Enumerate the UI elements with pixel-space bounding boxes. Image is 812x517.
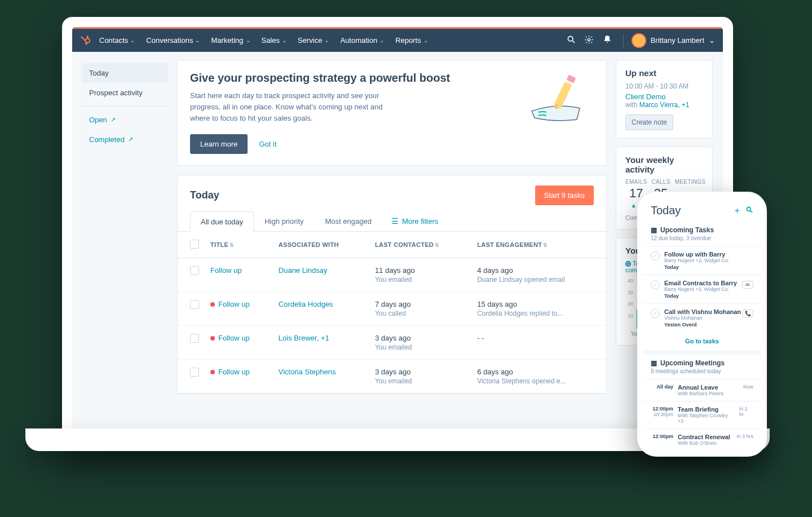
nav-item-marketing[interactable]: Marketing⌄ xyxy=(205,36,255,45)
add-icon[interactable]: + xyxy=(735,206,740,216)
search-icon[interactable] xyxy=(745,206,753,216)
avatar xyxy=(632,33,646,48)
svg-line-7 xyxy=(572,41,575,43)
task-title[interactable]: Follow up xyxy=(205,292,273,326)
row-checkbox[interactable] xyxy=(190,300,199,309)
last-contacted: 11 days ago xyxy=(375,266,466,275)
search-icon[interactable] xyxy=(563,35,579,46)
banner-illustration xyxy=(526,72,594,154)
task-check-icon[interactable] xyxy=(651,280,660,289)
nav-item-reports[interactable]: Reports⌄ xyxy=(390,36,434,45)
task-type-icon: 📞 xyxy=(742,310,753,317)
table-row[interactable]: Follow upLois Brewer, +13 days agoYou em… xyxy=(178,326,606,360)
last-contacted: 3 days ago xyxy=(375,334,466,342)
phone-bottom-nav: ▮Today👤Contacts🤝Deals⌂Activity☰More xyxy=(643,455,761,457)
nav-item-conversations[interactable]: Conversations⌄ xyxy=(140,36,205,45)
svg-point-12 xyxy=(747,207,751,211)
task-title[interactable]: Follow up xyxy=(205,360,273,394)
sidebar-item-open[interactable]: Open↗ xyxy=(82,110,168,130)
got-it-link[interactable]: Got it xyxy=(259,140,276,148)
row-checkbox[interactable] xyxy=(190,368,199,377)
go-to-tasks-link[interactable]: Go to tasks xyxy=(643,332,761,350)
table-row[interactable]: Follow upCordelia Hodges7 days agoYou ca… xyxy=(178,292,606,326)
up-next-with: with Marco Vierra, +1 xyxy=(625,101,703,109)
task-associated[interactable]: Victoria Stephens xyxy=(273,360,369,394)
user-name: Brittany Lambert xyxy=(651,36,704,45)
start-tasks-button[interactable]: Start 9 tasks xyxy=(535,185,594,205)
today-card: Today Start 9 tasks All due today High p… xyxy=(177,175,607,394)
tab-most-engaged[interactable]: Most engaged xyxy=(315,211,382,231)
sidebar-item-prospect-activity[interactable]: Prospect activity xyxy=(82,83,168,103)
svg-point-0 xyxy=(86,38,90,43)
up-next-title[interactable]: Client Demo xyxy=(625,92,703,101)
nav-item-service[interactable]: Service⌄ xyxy=(292,36,334,45)
phone-task-item[interactable]: Follow up with BarryBarry Nugent +2, Wid… xyxy=(643,246,761,275)
gear-icon[interactable] xyxy=(581,35,597,46)
chevron-down-icon: ⌄ xyxy=(379,37,384,43)
priority-dot-icon xyxy=(210,302,215,307)
prospecting-banner: Give your prospecting strategy a powerfu… xyxy=(177,60,607,166)
tab-high-priority[interactable]: High priority xyxy=(254,211,314,231)
external-link-icon: ↗ xyxy=(128,136,133,143)
last-contacted: 7 days ago xyxy=(375,300,466,308)
more-filters-button[interactable]: ☰ More filters xyxy=(391,216,438,226)
nav-item-sales[interactable]: Sales⌄ xyxy=(256,36,293,45)
sidebar: Today Prospect activity Open↗ Completed↗ xyxy=(82,60,168,443)
phone-task-item[interactable]: Email Contracts to BarryBarry Nugent +2,… xyxy=(643,275,761,303)
task-associated[interactable]: Cordelia Hodges xyxy=(273,292,369,326)
select-all-checkbox[interactable] xyxy=(190,240,199,249)
bell-icon[interactable] xyxy=(599,35,615,46)
calendar-icon: ▦ xyxy=(651,359,657,367)
weekly-heading: Your weekly activity xyxy=(625,155,703,174)
calendar-icon: ▦ xyxy=(651,226,657,234)
nav-item-contacts[interactable]: Contacts⌄ xyxy=(94,36,140,45)
tab-all-due-today[interactable]: All due today xyxy=(190,211,254,232)
task-check-icon[interactable] xyxy=(651,309,660,318)
phone-title: Today xyxy=(651,204,681,217)
col-title[interactable]: TITLE⇅ xyxy=(205,232,273,258)
phone-meeting-item[interactable]: All dayAnnual LeaveWith Barbara PetersNo… xyxy=(643,379,761,401)
task-associated[interactable]: Lois Brewer, +1 xyxy=(273,326,369,360)
user-menu[interactable]: Brittany Lambert ⌄ xyxy=(632,33,715,48)
task-title[interactable]: Follow up xyxy=(205,258,273,292)
phone-meeting-item[interactable]: 12:00pm10:30pmTeam BriefingWith Stephen … xyxy=(643,401,761,428)
table-row[interactable]: Follow upVictoria Stephens3 days agoYou … xyxy=(178,360,606,394)
sort-icon: ⇅ xyxy=(435,242,439,248)
task-title[interactable]: Follow up xyxy=(205,326,273,360)
learn-more-button[interactable]: Learn more xyxy=(190,134,248,154)
nav-divider xyxy=(623,34,624,47)
row-checkbox[interactable] xyxy=(190,266,199,275)
chevron-down-icon: ⌄ xyxy=(709,36,715,45)
col-last-engagement[interactable]: LAST ENGAGEMENT⇅ xyxy=(471,232,606,258)
table-row[interactable]: Follow upDuane Lindsay11 days agoYou ema… xyxy=(178,258,606,292)
up-next-card: Up next 10:00 AM - 10:30 AM Client Demo … xyxy=(616,60,713,139)
last-engagement: - - xyxy=(477,334,601,342)
nav-item-automation[interactable]: Automation⌄ xyxy=(334,36,390,45)
sort-icon: ⇅ xyxy=(543,242,548,248)
top-navbar: Contacts⌄Conversations⌄Marketing⌄Sales⌄S… xyxy=(72,27,723,52)
task-check-icon[interactable] xyxy=(651,251,660,260)
last-contacted: 3 days ago xyxy=(375,368,466,376)
phone-task-item[interactable]: Call with Vishnu MohananVishnu MohananYe… xyxy=(643,303,761,332)
sidebar-item-today[interactable]: Today xyxy=(82,63,168,83)
col-associated: ASSOCIATED WITH xyxy=(273,232,369,258)
last-engagement: 6 days ago xyxy=(477,368,601,376)
svg-rect-11 xyxy=(567,75,576,83)
banner-title: Give your prospecting strategy a powerfu… xyxy=(190,72,515,85)
phone-meeting-item[interactable]: 12:00pmContract RenewalWith Bob O'Brieni… xyxy=(643,428,761,450)
chevron-down-icon: ⌄ xyxy=(195,37,200,43)
row-checkbox[interactable] xyxy=(190,334,199,343)
task-table: TITLE⇅ ASSOCIATED WITH LAST CONTACTED⇅ L… xyxy=(178,232,606,394)
task-associated[interactable]: Duane Lindsay xyxy=(273,258,369,292)
banner-body: Start here each day to track prospect ac… xyxy=(190,90,404,124)
upcoming-tasks-heading: ▦Upcoming Tasks xyxy=(643,222,761,235)
hubspot-logo-icon[interactable] xyxy=(80,35,91,46)
mobile-preview: Today + ▦Upcoming Tasks 12 due today, 3 … xyxy=(637,192,767,457)
upcoming-meetings-heading: ▦Upcoming Meetings xyxy=(643,355,761,368)
col-last-contacted[interactable]: LAST CONTACTED⇅ xyxy=(369,232,471,258)
priority-dot-icon xyxy=(210,370,215,374)
svg-point-2 xyxy=(81,36,82,38)
sidebar-item-completed[interactable]: Completed↗ xyxy=(82,130,168,149)
create-note-button[interactable]: Create note xyxy=(625,114,673,130)
task-type-icon: ✉ xyxy=(742,281,753,289)
